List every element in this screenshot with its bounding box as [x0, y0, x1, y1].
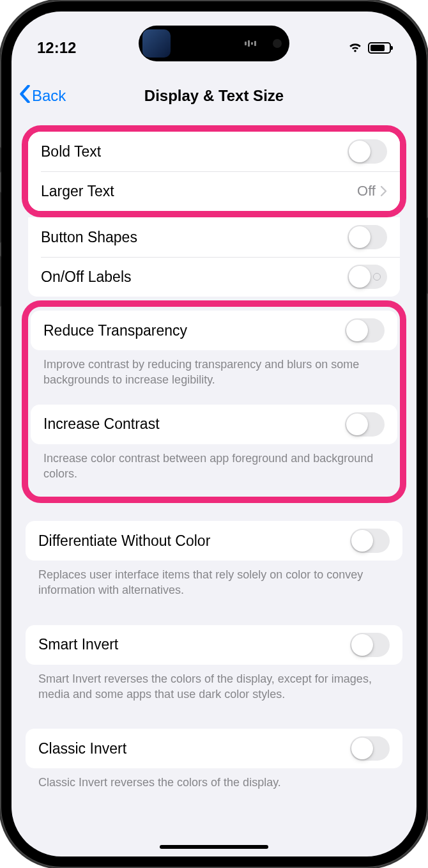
chevron-right-icon [381, 183, 387, 200]
row-on-off-labels[interactable]: On/Off Labels [28, 257, 400, 297]
volume-up-button [0, 192, 1, 243]
row-reduce-transparency[interactable]: Reduce Transparency [31, 311, 397, 350]
cell-label: Smart Invert [38, 636, 350, 653]
mute-switch [0, 147, 1, 173]
toggle-on-off-labels[interactable] [348, 265, 387, 289]
cell-label: Bold Text [41, 143, 348, 160]
cell-label: Larger Text [41, 183, 357, 200]
toggle-smart-invert[interactable] [350, 633, 390, 657]
page-title: Display & Text Size [11, 87, 417, 105]
content-scroll[interactable]: Bold Text Larger Text Off Button Shapes [11, 125, 417, 825]
cell-label: Differentiate Without Color [38, 532, 350, 550]
cell-label: Increase Contrast [43, 415, 345, 433]
footer-reduce-transparency: Improve contrast by reducing transparenc… [31, 350, 397, 397]
home-indicator[interactable] [160, 845, 268, 849]
nav-bar: Back Display & Text Size [11, 75, 417, 116]
highlight-contrast-options: Reduce Transparency Improve contrast by … [22, 300, 406, 503]
camera-dot [273, 39, 282, 48]
chevron-left-icon [19, 85, 31, 107]
cell-value: Off [357, 183, 376, 199]
back-button[interactable]: Back [19, 85, 66, 107]
cell-label: On/Off Labels [41, 268, 348, 286]
footer-classic-invert: Classic Invert reverses the colors of th… [26, 768, 402, 799]
footer-differentiate: Replaces user interface items that rely … [26, 561, 402, 607]
toggle-reduce-transparency[interactable] [345, 318, 385, 343]
highlight-text-options: Bold Text Larger Text Off [22, 125, 406, 217]
battery-icon [368, 42, 391, 54]
toggle-classic-invert[interactable] [350, 736, 390, 761]
now-playing-artwork [142, 29, 171, 58]
section-smart-invert: Smart Invert Smart Invert reverses the c… [26, 625, 402, 711]
section-differentiate: Differentiate Without Color Replaces use… [26, 521, 402, 607]
row-differentiate-without-color[interactable]: Differentiate Without Color [26, 521, 402, 561]
back-label: Back [32, 87, 66, 105]
row-button-shapes[interactable]: Button Shapes [28, 217, 400, 257]
toggle-bold-text[interactable] [348, 139, 387, 164]
volume-down-button [0, 256, 1, 307]
group-text-extras: Button Shapes On/Off Labels [28, 217, 400, 297]
row-bold-text[interactable]: Bold Text [28, 132, 400, 171]
phone-frame: 12:12 Back Display & Text Size [0, 0, 428, 868]
dynamic-island[interactable] [139, 26, 289, 61]
toggle-differentiate[interactable] [350, 529, 390, 553]
cell-label: Classic Invert [38, 740, 350, 757]
screen: 12:12 Back Display & Text Size [11, 12, 417, 856]
footer-increase-contrast: Increase color contrast between app fore… [31, 444, 397, 491]
row-classic-invert[interactable]: Classic Invert [26, 729, 402, 768]
row-smart-invert[interactable]: Smart Invert [26, 625, 402, 665]
status-time: 12:12 [37, 39, 114, 57]
toggle-increase-contrast[interactable] [345, 412, 385, 437]
wifi-icon [348, 40, 363, 56]
audio-waveform-icon [245, 40, 264, 47]
footer-smart-invert: Smart Invert reverses the colors of the … [26, 665, 402, 711]
section-classic-invert: Classic Invert Classic Invert reverses t… [26, 729, 402, 799]
row-larger-text[interactable]: Larger Text Off [28, 171, 400, 211]
toggle-button-shapes[interactable] [348, 225, 387, 249]
cell-label: Button Shapes [41, 229, 348, 246]
row-increase-contrast[interactable]: Increase Contrast [31, 405, 397, 444]
cell-label: Reduce Transparency [43, 322, 345, 339]
